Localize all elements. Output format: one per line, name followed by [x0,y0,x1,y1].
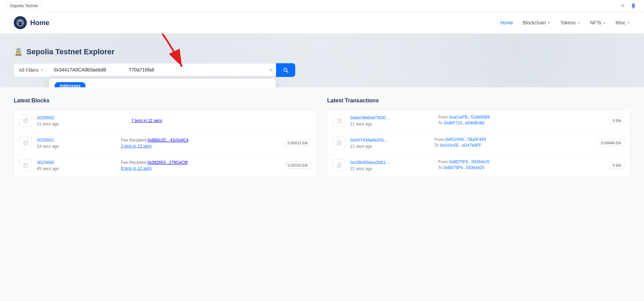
fee-recipient-link[interactable]: 0x8B0c2C...42c0c6C4 [148,138,188,143]
logo-icon [14,16,27,29]
from-address-link[interactable]: 0x6Cc939...7Ba5F455 [445,137,486,142]
tx-from-to: From 0xac1eFB...533b00B9 To 0xd0F723...b… [438,115,605,126]
to-address-link[interactable]: 0xd0F723...b540BcB8 [444,121,484,125]
svg-point-2 [18,23,19,24]
block-detail: Fee Recipient 0x8B0c2C...42c0c6C4 2 txns… [121,138,279,148]
nav-blockchain[interactable]: Blockchain ▼ [523,20,551,25]
from-label: From [434,137,445,142]
logo-text: Home [30,19,49,27]
autocomplete-tag-row: Addresses [49,79,276,87]
tx-hash-link[interactable]: 0x047439a6b33c... [350,137,429,143]
tx-icon [333,114,345,127]
filter-button[interactable]: All Filters ▼ [14,63,49,77]
nav-home[interactable]: Home [501,20,513,25]
eth-value-badge: 0.00153 Eth [285,162,311,169]
misc-dropdown-arrow: ▼ [627,21,630,25]
to-address-link[interactable]: 0xA14c6E...eD47e0FF [440,143,481,148]
block-number-link[interactable]: 3025601 [37,137,116,143]
svg-point-3 [22,23,23,24]
tx-list: 0xbbc9b6fa07830... 21 secs ago From 0xac… [327,109,630,177]
tx-icon [333,159,345,171]
clear-search-button[interactable]: ✕ [269,67,273,74]
tokens-dropdown-arrow: ▼ [577,21,580,25]
svg-rect-7 [24,163,28,167]
to-label: To [434,143,440,148]
txns-link[interactable]: 8 txns in 12 secs [121,166,151,171]
filter-dropdown-arrow: ▼ [41,68,44,72]
latest-blocks-section: Latest Blocks 3025602 21 secs ago 7 txns… [14,98,317,177]
logo-link[interactable]: Home [14,16,49,29]
latest-transactions-title: Latest Transactions [327,98,630,104]
nav-nfts[interactable]: NFTs ▼ [590,20,606,25]
network-badge[interactable]: Sepolia Testnet [7,2,41,10]
from-address-link[interactable]: 0x8D75F6...59364e25 [449,159,490,164]
to-label: To [438,165,444,170]
tx-info: 0x047439a6b33c... 21 secs ago [350,137,429,149]
autocomplete-tag: Addresses [55,82,85,87]
table-row: 3025600 45 secs ago Fee Recipient 0x3826… [14,154,317,176]
tx-time: 21 secs ago [350,166,372,171]
block-info: 3025601 33 secs ago [37,137,116,149]
autocomplete-dropdown: Addresses ADDRESSES 0x34417a0ca9b3aebd8 … [49,78,276,87]
hero-section: 🚊 Sepolia Testnet Explorer All Filters ▼ [0,34,644,87]
svg-rect-5 [24,119,28,123]
search-bar: All Filters ▼ ✕ Addresses ADDRESSES 0x34… [14,63,295,77]
block-time: 45 secs ago [37,166,59,171]
svg-point-1 [20,20,21,21]
block-icon [20,159,32,171]
block-number-link[interactable]: 3025600 [37,160,116,165]
table-row: 3025602 21 secs ago 7 txns in 12 secs [14,110,317,132]
block-time: 21 secs ago [37,122,59,126]
to-address-link[interactable]: 0x8D75F6...59364e25 [444,165,484,170]
block-detail: 7 txns in 12 secs [131,118,311,123]
tx-info: 0xbbc9b6fa07830... 21 secs ago [350,115,433,126]
nav-misc[interactable]: Misc ▼ [616,20,630,25]
latest-blocks-title: Latest Blocks [14,98,317,104]
table-row: 0x1f8c65dea2b61... 21 secs ago From 0x8D… [327,154,630,176]
block-detail: Fee Recipient 0x382653...278CeC9f 8 txns… [121,160,279,171]
latest-transactions-section: Latest Transactions 0xbbc9b6fa07830... 2… [327,98,630,177]
from-address-link[interactable]: 0xac1eFB...533b00B9 [449,115,490,120]
tx-hash-link[interactable]: 0x1f8c65dea2b61... [350,160,433,165]
eth-logo-icon [630,2,637,10]
blockchain-dropdown-arrow: ▼ [548,21,551,25]
search-button[interactable] [276,63,295,77]
block-number-link[interactable]: 3025602 [37,115,127,120]
tx-info: 0x1f8c65dea2b61... 21 secs ago [350,160,433,171]
tx-time: 21 secs ago [350,144,372,149]
txns-link[interactable]: 7 txns in 12 secs [131,118,162,123]
block-icon [20,137,32,149]
to-label: To [438,121,444,125]
etherscan-logo-svg [16,19,24,26]
tx-from-to: From 0x6Cc939...7Ba5F455 To 0xA14c6E...e… [434,137,593,149]
block-time: 33 secs ago [37,144,59,149]
eth-value-badge: 0.05848 Eth [598,140,624,146]
table-row: 3025601 33 secs ago Fee Recipient 0x8B0c… [14,132,317,154]
search-icon [283,67,289,73]
nfts-dropdown-arrow: ▼ [602,21,606,25]
table-row: 0xbbc9b6fa07830... 21 secs ago From 0xac… [327,110,630,132]
block-info: 3025602 21 secs ago [37,115,127,126]
theme-toggle-icon[interactable]: ☀ [620,2,625,10]
from-label: From [438,115,449,120]
eth-value-badge: 0 Eth [609,117,624,124]
table-row: 0x047439a6b33c... 21 secs ago From 0x6Cc… [327,132,630,154]
eth-value-badge: 0 Eth [609,162,624,169]
eth-value-badge: 0.00013 Eth [285,140,311,146]
fee-recipient-link[interactable]: 0x382653...278CeC9f [148,160,188,165]
nav-tokens[interactable]: Tokens ▼ [560,20,580,25]
main-nav: Home Blockchain ▼ Tokens ▼ NFTs ▼ Misc ▼ [501,20,631,25]
hero-title: 🚊 Sepolia Testnet Explorer [14,47,630,56]
search-input-wrap: ✕ Addresses ADDRESSES 0x34417a0ca9b3aebd… [49,63,276,77]
top-bar-actions: ☀ [620,2,637,10]
block-info: 3025600 45 secs ago [37,160,116,171]
tx-from-to: From 0x8D75F6...59364e25 To 0x8D75F6...5… [438,159,605,171]
tx-icon [333,137,345,149]
txns-link[interactable]: 2 txns in 12 secs [121,144,151,148]
block-icon [20,114,32,127]
tx-hash-link[interactable]: 0xbbc9b6fa07830... [350,115,433,120]
search-input[interactable] [49,63,276,76]
train-icon: 🚊 [14,47,23,56]
main-content: Latest Blocks 3025602 21 secs ago 7 txns… [0,87,644,187]
block-list: 3025602 21 secs ago 7 txns in 12 secs 30… [14,109,317,177]
